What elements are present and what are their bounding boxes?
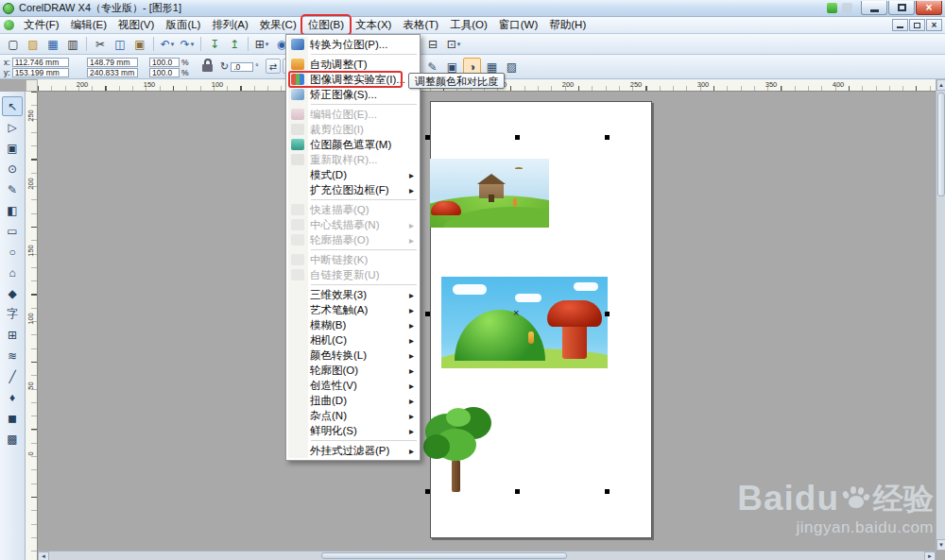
- menu-item-contour[interactable]: 轮廓图(O): [288, 363, 418, 378]
- object-height-field[interactable]: 240.833 mm: [87, 68, 138, 77]
- menu-item-plugins[interactable]: 外挂式过滤器(P): [288, 443, 418, 458]
- zoom-tool[interactable]: ⊙: [2, 159, 23, 178]
- smart-fill-tool[interactable]: ◧: [2, 200, 23, 220]
- vertical-scrollbar[interactable]: [936, 79, 945, 551]
- rectangle-tool[interactable]: ▭: [2, 221, 23, 241]
- menu-item-mode[interactable]: 模式(D): [288, 167, 418, 182]
- doc-restore-button[interactable]: [909, 19, 925, 31]
- toolbar-extra-button-1[interactable]: ⊟: [423, 36, 442, 53]
- export-button[interactable]: ↥: [225, 36, 244, 53]
- redo-button[interactable]: ↷: [178, 36, 197, 53]
- freehand-tool[interactable]: ✎: [2, 179, 23, 199]
- scroll-right-arrow[interactable]: [924, 552, 936, 560]
- outline-pen-tool[interactable]: ♦: [2, 387, 23, 407]
- bitmap-dome-scene[interactable]: [441, 277, 608, 368]
- cut-button[interactable]: ✂: [91, 36, 110, 53]
- scroll-left-arrow[interactable]: [38, 552, 49, 560]
- menu-item-update-link[interactable]: 自链接更新(U): [288, 267, 418, 282]
- menu-item-inflate-bitmap[interactable]: 扩充位图边框(F): [288, 182, 418, 197]
- vertical-ruler[interactable]: 250 200 150 100 50 0: [26, 92, 38, 560]
- tray-gray-icon[interactable]: [842, 3, 852, 13]
- new-document-button[interactable]: ▢: [4, 36, 23, 53]
- scroll-up-arrow[interactable]: [936, 79, 945, 91]
- doc-close-button[interactable]: [926, 19, 942, 31]
- menu-item-image-adjustment-lab[interactable]: 图像调整实验室(I)...: [288, 72, 418, 87]
- menu-edit[interactable]: 编辑(E): [65, 16, 112, 34]
- menu-effects[interactable]: 效果(C): [254, 16, 302, 34]
- toolbar-extra-button-2[interactable]: ⊡: [444, 36, 463, 53]
- menu-item-bitmap-color-mask[interactable]: 位图颜色遮罩(M): [288, 137, 418, 152]
- application-launcher-button[interactable]: ⊞: [252, 36, 271, 53]
- selection-handle-top-right[interactable]: [605, 135, 610, 140]
- menu-item-crop-bitmap[interactable]: 裁剪位图(I): [288, 122, 418, 137]
- selection-center-mark[interactable]: [513, 307, 519, 318]
- menu-item-noise[interactable]: 杂点(N): [288, 408, 418, 423]
- menu-item-blur[interactable]: 模糊(B): [288, 317, 418, 332]
- polygon-tool[interactable]: ⌂: [2, 263, 23, 282]
- menu-view[interactable]: 视图(V): [112, 16, 160, 34]
- fill-tool[interactable]: ◼: [2, 408, 23, 428]
- save-button[interactable]: ▦: [43, 36, 62, 53]
- menu-layout[interactable]: 版面(L): [160, 16, 206, 34]
- selection-handle-bottom-center[interactable]: [515, 489, 520, 494]
- menu-item-straighten-image[interactable]: 矫正图像(S)...: [288, 87, 418, 102]
- menu-item-outline-trace[interactable]: 轮廓描摹(O): [288, 232, 418, 247]
- menu-item-quick-trace[interactable]: 快速描摹(Q): [288, 202, 418, 217]
- paste-button[interactable]: ▣: [130, 36, 149, 53]
- table-tool[interactable]: ⊞: [2, 325, 23, 345]
- selection-handle-bottom-left[interactable]: [425, 489, 430, 494]
- pick-tool[interactable]: ↖: [2, 96, 23, 116]
- menu-item-edit-bitmap[interactable]: 编辑位图(E)...: [288, 107, 418, 122]
- open-button[interactable]: ▨: [24, 36, 43, 53]
- selection-handle-middle-left[interactable]: [425, 312, 430, 316]
- doc-minimize-button[interactable]: [892, 19, 908, 31]
- ellipse-tool[interactable]: ○: [2, 242, 23, 262]
- rotation-angle-field[interactable]: .0: [231, 62, 253, 72]
- menu-item-distort[interactable]: 扭曲(D): [288, 393, 418, 408]
- interactive-fill-tool[interactable]: ▩: [2, 429, 23, 449]
- text-tool[interactable]: 字: [2, 304, 23, 324]
- menu-item-break-link[interactable]: 中断链接(K): [288, 252, 418, 267]
- tray-green-icon[interactable]: [827, 3, 837, 13]
- horizontal-scrollbar[interactable]: [38, 551, 936, 560]
- undo-button[interactable]: ↶: [158, 36, 177, 53]
- object-width-field[interactable]: 148.79 mm: [87, 58, 138, 67]
- menu-item-resample[interactable]: 重新取样(R)...: [288, 152, 418, 167]
- menu-help[interactable]: 帮助(H): [543, 16, 592, 34]
- menu-item-centerline-trace[interactable]: 中心线描摹(N): [288, 217, 418, 232]
- menu-bitmaps[interactable]: 位图(B): [302, 16, 350, 34]
- close-button[interactable]: [916, 1, 942, 15]
- selection-handle-bottom-right[interactable]: [605, 489, 610, 494]
- crop-tool[interactable]: ▣: [2, 138, 23, 158]
- menu-item-auto-adjust[interactable]: 自动调整(T): [288, 57, 418, 72]
- menu-tools[interactable]: 工具(O): [444, 16, 493, 34]
- menu-file[interactable]: 文件(F): [18, 16, 65, 34]
- horizontal-scroll-thumb[interactable]: [321, 552, 567, 559]
- interactive-blend-tool[interactable]: ≋: [2, 346, 23, 365]
- menu-item-camera[interactable]: 相机(C): [288, 332, 418, 348]
- eyedropper-tool[interactable]: ╱: [2, 366, 23, 386]
- minimize-button[interactable]: [861, 1, 887, 15]
- menu-item-sharpen[interactable]: 鲜明化(S): [288, 423, 418, 438]
- copy-button[interactable]: ◫: [111, 36, 129, 53]
- selection-handle-middle-right[interactable]: [605, 312, 610, 316]
- vertical-scroll-thumb[interactable]: [937, 93, 945, 196]
- import-button[interactable]: ↧: [205, 36, 224, 53]
- menu-table[interactable]: 表格(T): [397, 16, 444, 34]
- trace-bitmap-button[interactable]: ▨: [503, 58, 521, 76]
- print-button[interactable]: ▥: [63, 36, 82, 53]
- mirror-horizontal-button[interactable]: [266, 59, 281, 74]
- maximize-button[interactable]: [888, 1, 915, 15]
- scale-y-field[interactable]: 100.0: [149, 68, 180, 77]
- menu-item-color-transform[interactable]: 颜色转换(L): [288, 348, 418, 363]
- basic-shapes-tool[interactable]: ◆: [2, 283, 23, 303]
- menu-item-creative[interactable]: 创造性(V): [288, 378, 418, 393]
- menu-item-3d-effects[interactable]: 三维效果(3): [288, 287, 418, 302]
- menu-item-convert-to-bitmap[interactable]: 转换为位图(P)...: [288, 37, 418, 52]
- x-position-field[interactable]: 112.746 mm: [12, 58, 69, 67]
- lock-ratio-button[interactable]: [200, 59, 215, 75]
- scroll-down-arrow[interactable]: [936, 539, 945, 551]
- scale-x-field[interactable]: 100.0: [149, 58, 180, 67]
- selection-handle-top-center[interactable]: [515, 135, 520, 140]
- menu-arrange[interactable]: 排列(A): [206, 16, 253, 34]
